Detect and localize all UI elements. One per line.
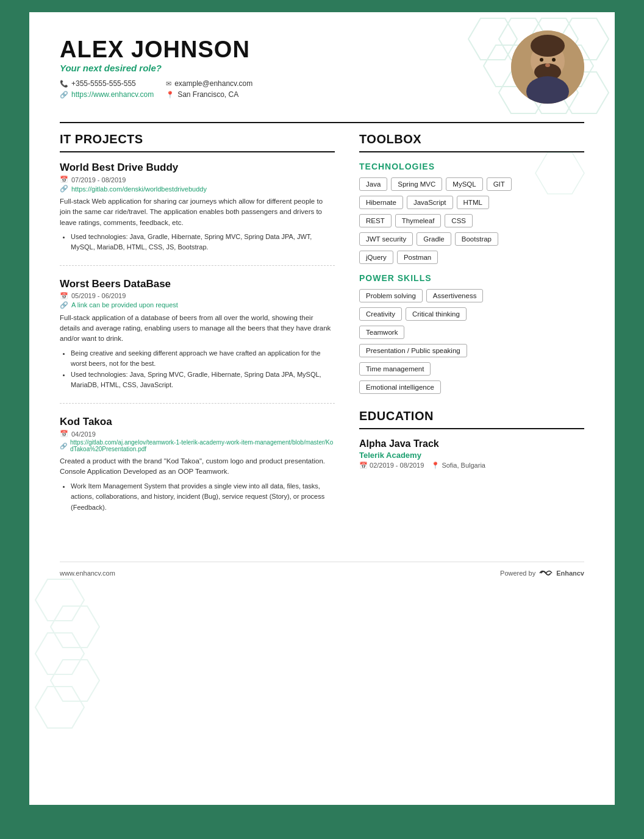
project-item-1: World Best Drive Buddy 📅 07/2019 - 08/20… <box>60 162 335 266</box>
toolbox-section-title: TOOLBOX <box>359 132 584 146</box>
tag-gradle: Gradle <box>417 232 451 246</box>
project-3-link[interactable]: 🔗 https://gitlab.com/aj.angelov/teamwork… <box>60 439 335 452</box>
svg-point-20 <box>540 58 543 62</box>
project-1-date: 📅 07/2019 - 08/2019 <box>60 176 335 184</box>
project-item-2: Worst Beers DataBase 📅 05/2019 - 06/2019… <box>60 278 335 404</box>
edu-degree: Alpha Java Track <box>359 438 584 449</box>
project-1-bullets: Used technologies: Java, Gradle, Hiberna… <box>60 232 335 253</box>
email-address: example@enhancv.com <box>174 79 252 88</box>
project-1-bullet-1: Used technologies: Java, Gradle, Hiberna… <box>71 232 335 253</box>
skills-row-6: Emotional intelligence <box>359 380 584 394</box>
candidate-name: ALEX JOHNSON <box>60 37 260 63</box>
contact-grid: 📞 +355-5555-555-555 ✉ example@enhancv.co… <box>60 79 260 99</box>
enhancv-logo-icon <box>538 568 553 578</box>
tech-tags-row-4: JWT security Gradle Bootstrap <box>359 232 584 246</box>
header-left: ALEX JOHNSON Your next desired role? 📞 +… <box>60 37 260 99</box>
edu-school: Telerik Academy <box>359 451 584 460</box>
link-icon-3: 🔗 <box>60 443 67 449</box>
project-2-link: 🔗 A link can be provided upon request <box>60 301 335 309</box>
footer-website: www.enhancv.com <box>60 569 115 577</box>
project-1-title: World Best Drive Buddy <box>60 162 335 174</box>
tech-tags-row-5: jQuery Postman <box>359 251 584 264</box>
link-icon: 🔗 <box>60 91 68 99</box>
svg-point-22 <box>545 63 550 67</box>
calendar-icon-1: 📅 <box>60 176 68 184</box>
tag-html: HTML <box>457 196 489 209</box>
right-column: TOOLBOX TECHNOLOGIES Java Spring MVC MyS… <box>359 132 584 537</box>
location-text: San Francisco, CA <box>177 90 238 99</box>
powered-by-label: Powered by <box>500 569 535 577</box>
email-icon: ✉ <box>166 80 171 88</box>
project-2-bullets: Being creative and seeking different app… <box>60 348 335 391</box>
resume-page: ALEX JOHNSON Your next desired role? 📞 +… <box>29 12 615 805</box>
svg-point-21 <box>552 58 556 62</box>
education-section-title: EDUCATION <box>359 409 584 423</box>
projects-divider <box>60 151 335 152</box>
project-2-bullet-1: Being creative and seeking different app… <box>71 348 335 370</box>
skills-row-5: Time management <box>359 362 584 376</box>
project-1-link[interactable]: 🔗 https://gitlab.com/denski/worldbestdri… <box>60 185 335 193</box>
skills-row-1: Problem solving Assertiveness <box>359 289 584 302</box>
svg-marker-14 <box>51 660 99 701</box>
skill-assertiveness: Assertiveness <box>426 289 484 302</box>
project-3-bullet-1: Work Item Management System that provide… <box>71 481 335 513</box>
tech-tags-row-3: REST Thymeleaf CSS <box>359 214 584 227</box>
avatar <box>511 30 584 104</box>
technologies-title: TECHNOLOGIES <box>359 162 584 171</box>
link-icon-2: 🔗 <box>60 301 68 309</box>
link-icon-1: 🔗 <box>60 185 68 193</box>
tag-postman: Postman <box>397 251 438 264</box>
project-3-date: 📅 04/2019 <box>60 430 335 438</box>
brand-name: Enhancv <box>556 569 584 577</box>
tag-spring-mvc: Spring MVC <box>391 177 442 191</box>
avatar-image <box>511 30 584 104</box>
skill-creativity: Creativity <box>359 307 402 321</box>
candidate-tagline: Your next desired role? <box>60 63 260 73</box>
hex-decoration-bottom-left <box>29 573 151 756</box>
calendar-icon-2: 📅 <box>60 292 68 300</box>
tag-git: GIT <box>487 177 512 191</box>
footer: www.enhancv.com Powered by Enhancv <box>60 562 584 578</box>
left-column: IT PROJECTS World Best Drive Buddy 📅 07/… <box>60 132 335 537</box>
skills-row-2: Creativity Critical thinking <box>359 307 584 321</box>
skills-row-3: Teamwork <box>359 326 584 339</box>
tag-java: Java <box>359 177 387 191</box>
skill-problem-solving: Problem solving <box>359 289 423 302</box>
project-2-description: Full-stack application of a database of … <box>60 313 335 345</box>
project-2-bullet-2: Used technologies: Java, Spring MVC, Gra… <box>71 370 335 391</box>
main-content: IT PROJECTS World Best Drive Buddy 📅 07/… <box>60 132 584 537</box>
tech-tags-row-2: Hibernate JavaScript HTML <box>359 196 584 209</box>
tech-tags-row-1: Java Spring MVC MySQL GIT <box>359 177 584 191</box>
svg-marker-15 <box>35 687 84 728</box>
project-2-date: 📅 05/2019 - 06/2019 <box>60 292 335 300</box>
tag-bootstrap: Bootstrap <box>455 232 498 246</box>
education-divider <box>359 428 584 429</box>
tag-css: CSS <box>445 214 473 227</box>
location-icon: 📍 <box>166 91 174 99</box>
project-2-title: Worst Beers DataBase <box>60 278 335 290</box>
toolbox-divider <box>359 151 584 152</box>
tag-rest: REST <box>359 214 392 227</box>
edu-date: 📅 02/2019 - 08/2019 <box>359 462 424 469</box>
header: ALEX JOHNSON Your next desired role? 📞 +… <box>60 37 584 104</box>
email-contact: ✉ example@enhancv.com <box>166 79 260 88</box>
svg-marker-13 <box>35 633 84 674</box>
project-3-description: Created a product with the brand "Kod Ta… <box>60 456 335 477</box>
website-contact: 🔗 https://www.enhancv.com <box>60 90 154 99</box>
skill-emotional-intelligence: Emotional intelligence <box>359 380 441 394</box>
edu-location: 📍 Sofia, Bulgaria <box>431 462 485 469</box>
skill-teamwork: Teamwork <box>359 326 404 339</box>
phone-number: +355-5555-555-555 <box>71 79 136 88</box>
skill-presentation: Presentation / Public speaking <box>359 344 467 357</box>
footer-brand: Powered by Enhancv <box>500 568 584 578</box>
tag-jwt-security: JWT security <box>359 232 413 246</box>
phone-contact: 📞 +355-5555-555-555 <box>60 79 154 88</box>
header-divider <box>60 122 584 123</box>
location-contact: 📍 San Francisco, CA <box>166 90 260 99</box>
svg-point-18 <box>531 35 565 57</box>
website-url[interactable]: https://www.enhancv.com <box>71 90 154 99</box>
tag-javascript: JavaScript <box>407 196 453 209</box>
tag-jquery: jQuery <box>359 251 393 264</box>
project-3-title: Kod Takoa <box>60 416 335 428</box>
skill-critical-thinking: Critical thinking <box>406 307 467 321</box>
